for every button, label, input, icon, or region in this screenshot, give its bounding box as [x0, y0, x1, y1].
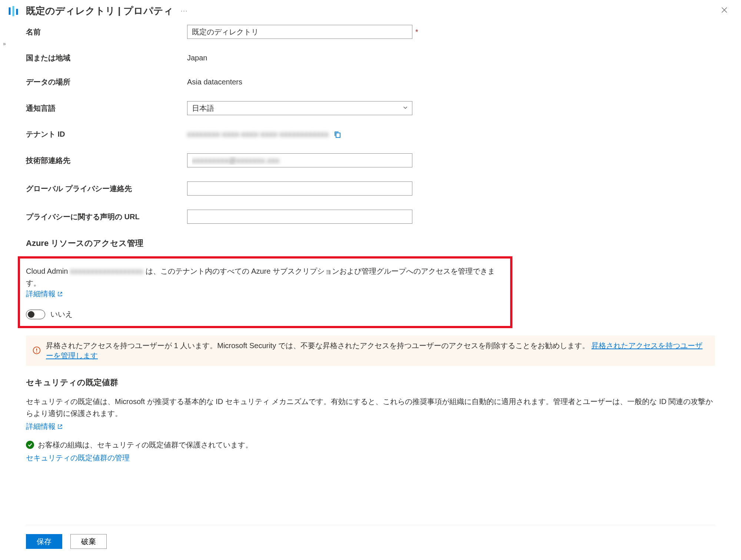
- azure-access-highlight: Cloud Admin xxxxxxxxxxxxxxxxxx は、このテナント内…: [18, 256, 512, 328]
- azure-ad-icon: [7, 5, 19, 17]
- save-button[interactable]: 保存: [26, 534, 62, 549]
- external-link-icon: [57, 424, 63, 430]
- banner-text: 昇格されたアクセスを持つユーザーが 1 人います。Microsoft Secur…: [46, 341, 708, 361]
- name-label: 名前: [26, 27, 187, 37]
- azure-access-description: Cloud Admin xxxxxxxxxxxxxxxxxx は、このテナント内…: [26, 265, 504, 289]
- security-defaults-section-title: セキュリティの既定値群: [26, 377, 715, 388]
- toggle-knob: [28, 311, 34, 318]
- privacy-url-input[interactable]: [187, 210, 412, 224]
- svg-rect-0: [9, 7, 11, 15]
- expand-panel-icon[interactable]: »: [3, 41, 4, 47]
- notify-language-label: 通知言語: [26, 103, 187, 113]
- azure-access-section-title: Azure リソースのアクセス管理: [26, 238, 715, 249]
- external-link-icon: [57, 291, 63, 297]
- page-title: 既定のディレクトリ | プロパティ: [26, 4, 173, 17]
- security-defaults-more-info-link[interactable]: 詳細情報: [26, 421, 63, 431]
- security-defaults-description: セキュリティの既定値は、Microsoft が推奨する基本的な ID セキュリテ…: [26, 396, 715, 419]
- tenant-id-value: xxxxxxxx-xxxx-xxxx-xxxx-xxxxxxxxxxxx: [187, 130, 329, 139]
- country-value: Japan: [187, 54, 207, 62]
- info-icon: [33, 346, 41, 356]
- svg-point-6: [36, 351, 37, 352]
- svg-rect-2: [16, 9, 18, 14]
- svg-rect-1: [13, 6, 14, 16]
- copy-icon[interactable]: [333, 130, 342, 139]
- more-menu-icon[interactable]: ···: [181, 8, 188, 14]
- close-icon[interactable]: [719, 4, 730, 17]
- tech-contact-label: 技術部連絡先: [26, 156, 187, 166]
- svg-rect-3: [336, 133, 340, 137]
- security-defaults-status: お客様の組織は、セキュリティの既定値群で保護されています。: [38, 439, 253, 451]
- success-check-icon: [26, 441, 34, 449]
- required-asterisk: *: [415, 28, 418, 36]
- name-input[interactable]: [187, 25, 412, 39]
- data-location-label: データの場所: [26, 77, 187, 87]
- azure-access-toggle-label: いいえ: [50, 309, 73, 319]
- privacy-url-label: プライバシーに関する声明の URL: [26, 212, 187, 222]
- azure-access-more-info-link[interactable]: 詳細情報: [26, 289, 63, 299]
- country-label: 国または地域: [26, 53, 187, 63]
- tenant-id-label: テナント ID: [26, 129, 187, 139]
- discard-button[interactable]: 破棄: [70, 534, 107, 549]
- elevated-access-banner: 昇格されたアクセスを持つユーザーが 1 人います。Microsoft Secur…: [26, 336, 715, 366]
- page-header: 既定のディレクトリ | プロパティ ···: [0, 0, 741, 25]
- data-location-value: Asia datacenters: [187, 78, 242, 86]
- notify-language-select[interactable]: 日本語: [187, 101, 412, 115]
- azure-access-toggle[interactable]: [26, 310, 45, 319]
- footer: 保存 破棄: [26, 525, 715, 549]
- footer-divider: [26, 525, 715, 525]
- privacy-contact-label: グローバル プライバシー連絡先: [26, 184, 187, 194]
- privacy-contact-input[interactable]: [187, 181, 412, 196]
- manage-security-defaults-link[interactable]: セキュリティの既定値群の管理: [26, 453, 130, 463]
- tech-contact-input[interactable]: [187, 153, 412, 167]
